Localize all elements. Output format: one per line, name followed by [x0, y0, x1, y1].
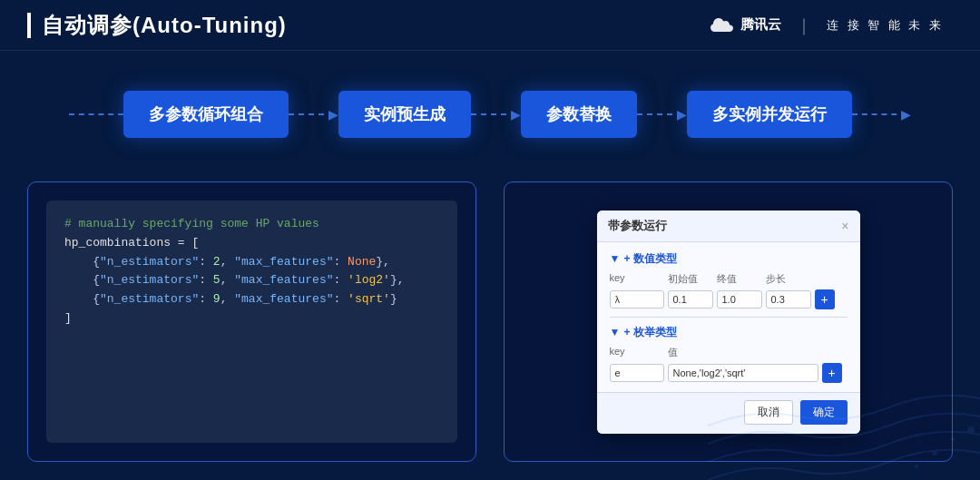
code-block: # manually specifying some HP values hp_… — [46, 201, 457, 443]
section2-header: key 值 — [610, 346, 848, 359]
brand-name: 腾讯云 — [740, 16, 781, 34]
col-start: 初始值 — [668, 272, 713, 286]
section2-add-button[interactable]: + — [822, 363, 842, 383]
col-end: 终值 — [717, 272, 762, 286]
dialog-footer: 取消 确定 — [597, 392, 860, 434]
brand-logo: 腾讯云 — [710, 16, 781, 34]
section1-header: key 初始值 终值 步长 — [610, 272, 848, 286]
brand-slogan: 连 接 智 能 未 来 — [827, 17, 944, 34]
confirm-button[interactable]: 确定 — [800, 400, 848, 425]
content-area: # manually specifying some HP values hp_… — [27, 181, 953, 462]
cancel-button[interactable]: 取消 — [744, 400, 793, 425]
code-line-6: ] — [64, 309, 439, 328]
section2-arrow: ▼ — [610, 326, 621, 338]
dialog-body: ▼ + 数值类型 key 初始值 终值 步长 + — [597, 242, 860, 392]
svg-point-3 — [915, 465, 918, 468]
svg-point-2 — [967, 426, 975, 434]
col-step: 步长 — [766, 272, 811, 286]
dialog-title: 带参数运行 — [608, 218, 667, 234]
section1-add-button[interactable]: + — [815, 289, 835, 309]
col-key: key — [610, 272, 664, 286]
dialog-box: 带参数运行 × ▼ + 数值类型 key 初始值 终值 步长 — [597, 211, 860, 434]
step-input[interactable] — [766, 290, 811, 309]
pipeline-step-3: 参数替换 — [521, 91, 637, 138]
code-panel: # manually specifying some HP values hp_… — [27, 181, 476, 462]
key-input-1[interactable] — [610, 290, 664, 309]
pipeline-step-1: 多参数循环组合 — [123, 91, 289, 138]
section2-label: ▼ + 枚举类型 — [610, 325, 848, 340]
section1-row: + — [610, 289, 848, 309]
section1-arrow: ▼ — [610, 252, 621, 265]
code-line-4: {"n_estimators": 5, "max_features": 'log… — [64, 271, 439, 290]
brand-divider: ｜ — [796, 15, 812, 36]
key-input-2[interactable] — [610, 364, 664, 382]
end-input[interactable] — [717, 290, 762, 309]
section2-row: + — [610, 363, 848, 383]
code-line-3: {"n_estimators": 2, "max_features": None… — [64, 253, 439, 272]
header: 自动调参(Auto-Tuning) 腾讯云 ｜ 连 接 智 能 未 来 — [0, 0, 980, 51]
code-line-1: # manually specifying some HP values — [64, 215, 439, 234]
page-title: 自动调参(Auto-Tuning) — [42, 11, 287, 40]
pipeline: 多参数循环组合 ▶ 实例预生成 ▶ 参数替换 ▶ 多实例并发运行 ▶ — [0, 91, 980, 138]
start-input[interactable] — [668, 290, 713, 309]
code-line-2: hp_combinations = [ — [64, 234, 439, 253]
pipeline-step-2: 实例预生成 — [338, 91, 471, 138]
header-right: 腾讯云 ｜ 连 接 智 能 未 来 — [710, 15, 944, 36]
cloud-icon — [710, 17, 735, 34]
value-input[interactable] — [668, 364, 818, 382]
header-bar — [27, 13, 31, 38]
code-line-5: {"n_estimators": 9, "max_features": 'sqr… — [64, 290, 439, 309]
dialog-panel: 带参数运行 × ▼ + 数值类型 key 初始值 终值 步长 — [504, 181, 953, 462]
header-left: 自动调参(Auto-Tuning) — [27, 11, 287, 40]
col2-val: 值 — [668, 346, 818, 359]
section1-label: ▼ + 数值类型 — [610, 251, 848, 267]
col2-key: key — [610, 346, 664, 359]
dialog-titlebar: 带参数运行 × — [597, 211, 860, 242]
dialog-divider — [610, 317, 848, 318]
pipeline-step-4: 多实例并发运行 — [687, 91, 852, 138]
dialog-close-button[interactable]: × — [841, 219, 848, 233]
